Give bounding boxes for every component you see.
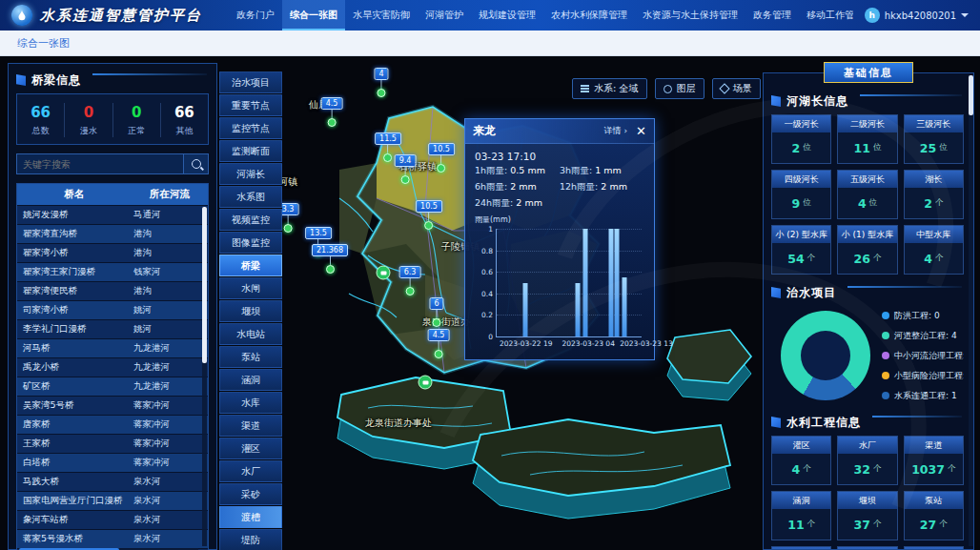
layer-item-治水项目[interactable]: 治水项目 (219, 71, 282, 93)
nav-item-2[interactable]: 综合一张图 (282, 0, 345, 31)
stat-card-五级河长[interactable]: 五级河长4位 (837, 170, 897, 219)
table-row[interactable]: 蒋家5号漫水桥泉水河 (17, 530, 208, 548)
scene-button[interactable]: 场景 (712, 78, 761, 99)
vertical-scrollbar[interactable] (202, 207, 207, 546)
popup-timestamp: 03-23 17:10 (465, 144, 654, 165)
layer-item-灌区[interactable]: 灌区 (219, 438, 282, 459)
layer-item-渠道[interactable]: 渠道 (219, 415, 282, 437)
nav-item-3[interactable]: 水旱灾害防御 (345, 0, 418, 31)
stat-card-小 (1) 型水库[interactable]: 小 (1) 型水库26个 (837, 225, 897, 275)
stat-card-渠道[interactable]: 渠道1037个 (904, 436, 964, 485)
stat-card-水库[interactable]: 水库47个 (771, 546, 831, 550)
table-row[interactable]: 翟家湾便民桥港沟 (17, 282, 208, 300)
layer-item-监测断面[interactable]: 监测断面 (219, 140, 282, 162)
stat-card-二级河长[interactable]: 二级河长11位 (837, 114, 897, 164)
layer-item-桥梁[interactable]: 桥梁 (219, 255, 282, 276)
breadcrumb[interactable]: 综合一张图 (17, 36, 70, 51)
marker-value: 13.5 (305, 227, 332, 239)
panel-scrollbar[interactable] (969, 75, 973, 546)
table-row[interactable]: 象河车站桥泉水河 (17, 511, 208, 529)
layer-item-重要节点[interactable]: 重要节点 (219, 94, 282, 116)
stat-card-桥梁[interactable]: 桥梁66个 (837, 546, 897, 550)
popup-header: 来龙 详情 › ✕ (465, 119, 654, 144)
station-marker[interactable]: 9.4 (395, 154, 417, 184)
main-area: 仙居乡马河镇石桥驿镇子陵铺镇泉口街道办龙泉街道办事处 44.511.510.59… (0, 55, 980, 550)
legend-label: 防洪工程: 0 (894, 310, 940, 322)
layer-item-水电站[interactable]: 水电站 (219, 323, 282, 345)
nav-item-5[interactable]: 规划建设管理 (471, 0, 543, 31)
station-marker[interactable]: 10.5 (428, 143, 455, 173)
station-marker[interactable]: 6.3 (399, 266, 421, 295)
nav-item-8[interactable]: 政务管理 (745, 0, 799, 31)
camera-icon[interactable] (419, 376, 433, 390)
stat-card-中型水库[interactable]: 中型水库4个 (904, 225, 964, 275)
nav-item-6[interactable]: 农村水利保障管理 (543, 0, 635, 31)
table-row[interactable]: 吴家湾5号桥蒋家冲河 (17, 397, 208, 415)
search-input[interactable] (16, 153, 184, 174)
layer-item-堤防[interactable]: 堤防 (219, 529, 282, 550)
layer-item-渡槽[interactable]: 渡槽 (219, 506, 282, 528)
table-row[interactable]: 翟家湾直沟桥港沟 (17, 225, 208, 243)
y-tick-label: 0.4 (481, 289, 493, 297)
stat-card-涵洞[interactable]: 涵洞11个 (771, 491, 831, 540)
stat-card-灌区[interactable]: 灌区4个 (771, 436, 831, 485)
table-row[interactable]: 翟家湾小桥港沟 (17, 244, 208, 262)
stat-card-水电站[interactable]: 水电站3个 (904, 546, 964, 550)
stat-card-泵站[interactable]: 泵站27个 (904, 491, 964, 540)
stat-card-小 (2) 型水库[interactable]: 小 (2) 型水库54个 (771, 225, 831, 275)
stat-card-三级河长[interactable]: 三级河长25位 (904, 114, 964, 164)
layer-item-水库[interactable]: 水库 (219, 392, 282, 414)
table-row[interactable]: 姚河发漫桥马通河 (17, 206, 208, 224)
table-row[interactable]: 河马桥九龙港河 (17, 339, 208, 357)
stat-card-水厂[interactable]: 水厂32个 (837, 436, 897, 485)
table-row[interactable]: 李学礼门口漫桥姚河 (17, 320, 208, 338)
x-tick-label: 2023-03-23 13 (620, 339, 673, 348)
table-row[interactable]: 翟家湾王家门漫桥钱家河 (17, 263, 208, 281)
table-row[interactable]: 白塔桥蒋家冲河 (17, 454, 208, 472)
station-marker[interactable]: 6 (429, 297, 443, 327)
station-marker[interactable]: 21.368 (312, 244, 348, 274)
layer-item-河湖长[interactable]: 河湖长 (219, 163, 282, 185)
layers-button[interactable]: 图层 (655, 78, 704, 99)
stat-card-四级河长[interactable]: 四级河长9位 (771, 170, 831, 219)
station-marker[interactable]: 10.5 (416, 200, 442, 230)
layer-item-水系图[interactable]: 水系图 (219, 186, 282, 208)
stat-card-湖长[interactable]: 湖长2个 (904, 170, 964, 219)
layer-item-水闸[interactable]: 水闸 (219, 277, 282, 299)
table-row[interactable]: 唐家桥蒋家冲河 (17, 416, 208, 434)
camera-icon[interactable] (377, 266, 391, 280)
stat-card-堰坝[interactable]: 堰坝37个 (837, 491, 897, 540)
station-marker[interactable]: 4.5 (321, 97, 343, 127)
layer-item-采砂[interactable]: 采砂 (219, 483, 282, 505)
table-row[interactable]: 矿区桥九龙港河 (17, 377, 208, 396)
layer-item-监控节点[interactable]: 监控节点 (219, 117, 282, 139)
nav-item-1[interactable]: 政务门户 (229, 0, 282, 31)
layer-item-堰坝[interactable]: 堰坝 (219, 300, 282, 322)
river-cell: 钱家河 (128, 266, 208, 278)
layer-item-视频监控[interactable]: 视频监控 (219, 209, 282, 231)
nav-item-7[interactable]: 水资源与水土保持管理 (635, 0, 745, 31)
station-marker[interactable]: 3.3 (282, 203, 298, 233)
layer-item-泵站[interactable]: 泵站 (219, 346, 282, 368)
station-marker[interactable]: 4 (374, 68, 388, 97)
nav-item-4[interactable]: 河湖管护 (418, 0, 471, 31)
y-tick-label: 0 (488, 333, 493, 341)
station-marker[interactable]: 4.5 (428, 329, 450, 358)
table-row[interactable]: 禹龙小桥九龙港河 (17, 358, 208, 377)
popup-details-link[interactable]: 详情 › (604, 125, 627, 137)
user-menu[interactable]: h hkxb42080201 (865, 8, 969, 23)
layer-item-涵洞[interactable]: 涵洞 (219, 369, 282, 391)
layer-item-水厂[interactable]: 水厂 (219, 460, 282, 482)
stat-card-一级河长[interactable]: 一级河长2位 (771, 114, 831, 164)
table-row[interactable]: 司家湾小桥姚河 (17, 301, 208, 319)
search-icon (192, 159, 201, 169)
base-info-tab[interactable]: 基础信息 (824, 62, 913, 83)
search-button[interactable] (184, 153, 209, 174)
nav-item-9[interactable]: 移动工作管理 (799, 0, 853, 31)
layer-item-图像监控[interactable]: 图像监控 (219, 232, 282, 254)
table-row[interactable]: 马践大桥泉水河 (17, 473, 208, 491)
water-system-select[interactable]: 水系: 全域 (572, 78, 647, 99)
close-icon[interactable]: ✕ (636, 125, 646, 137)
table-row[interactable]: 王家桥蒋家冲河 (17, 435, 208, 453)
table-row[interactable]: 国家电网营业厅门口漫桥泉水河 (17, 492, 208, 510)
